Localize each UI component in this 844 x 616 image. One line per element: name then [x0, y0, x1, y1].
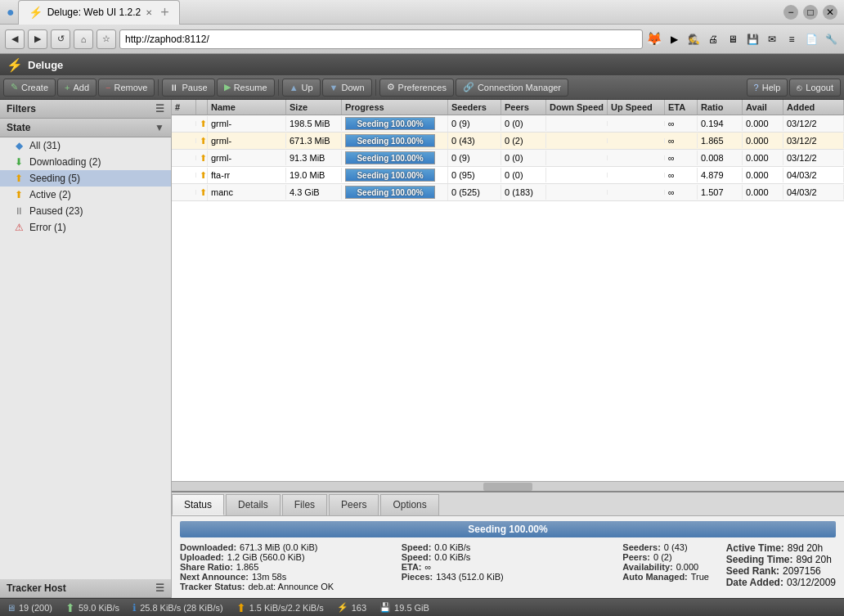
sidebar-item-downloading[interactable]: ⬇ Downloading (2): [0, 154, 171, 170]
tab-close-button[interactable]: ✕: [146, 8, 152, 17]
forward-button[interactable]: ▶: [28, 29, 47, 49]
sidebar: Filters ☰ State ▼ ◆ All (31) ⬇ Downloadi…: [0, 100, 172, 598]
tracker-collapse-button[interactable]: ☰: [155, 582, 164, 594]
cell-eta: ∞: [665, 168, 698, 182]
torrent-area: # Name Size Progress Seeders Peers Down …: [172, 100, 844, 598]
filters-collapse-button[interactable]: ☰: [155, 103, 164, 115]
col-num[interactable]: #: [172, 100, 196, 115]
scrollbar-thumb[interactable]: [483, 483, 532, 491]
menu-icon[interactable]: ≡: [783, 31, 800, 47]
col-name[interactable]: Name: [208, 100, 286, 115]
create-button[interactable]: ✎ Create: [3, 79, 56, 97]
cell-seeders: 0 (95): [448, 168, 501, 182]
cell-added: 03/12/2: [783, 151, 844, 165]
detail-share-ratio-row: Share Ratio: 1.865: [180, 562, 393, 572]
monitor-icon[interactable]: 🖥: [725, 31, 741, 47]
col-eta[interactable]: ETA: [665, 100, 698, 115]
cell-num: [172, 155, 196, 160]
close-button[interactable]: ✕: [823, 5, 837, 20]
app-titlebar: ⚡ Deluge: [0, 54, 844, 75]
resume-button[interactable]: ▶ Resume: [217, 79, 275, 97]
progress-bar-text: Seeding 100.00%: [346, 152, 434, 164]
sidebar-item-paused[interactable]: ⏸ Paused (23): [0, 203, 171, 219]
tab-peers[interactable]: Peers: [329, 494, 379, 515]
up-button[interactable]: ▲ Up: [282, 79, 321, 97]
sidebar-item-active[interactable]: ⬆ Active (2): [0, 187, 171, 203]
progress-bar: Seeding 100.00%: [345, 186, 435, 199]
detail-active-time-row: Active Time: 89d 20h: [726, 542, 836, 554]
help-button[interactable]: ? Help: [747, 79, 788, 97]
col-seeders[interactable]: Seeders: [448, 100, 501, 115]
spy-icon[interactable]: 🕵: [685, 31, 702, 47]
cell-peers: 0 (0): [501, 116, 546, 131]
cell-size: 91.3 MiB: [286, 151, 342, 165]
status-storage: 💾 19.5 GiB: [379, 602, 429, 613]
reload-button[interactable]: ↺: [51, 29, 70, 49]
sidebar-item-error[interactable]: ⚠ Error (1): [0, 219, 171, 236]
col-added[interactable]: Added: [783, 100, 844, 115]
error-icon: ⚠: [13, 222, 25, 233]
col-progress[interactable]: Progress: [342, 100, 448, 115]
cell-progress: Seeding 100.00%: [342, 167, 448, 183]
add-button[interactable]: + Add: [57, 79, 97, 97]
pause-button[interactable]: ⏸ Pause: [162, 79, 214, 97]
browser-tab[interactable]: ⚡ Deluge: Web UI 1.2.2 ✕ +: [18, 0, 180, 25]
play-icon[interactable]: ▶: [666, 31, 682, 47]
sidebar-item-all[interactable]: ◆ All (31): [0, 137, 171, 154]
col-ratio[interactable]: Ratio: [698, 100, 743, 115]
col-size[interactable]: Size: [286, 100, 342, 115]
address-bar[interactable]: [119, 29, 643, 49]
remove-button[interactable]: − Remove: [98, 79, 155, 97]
cell-num: [172, 138, 196, 143]
tab-files[interactable]: Files: [282, 494, 327, 515]
mail-icon[interactable]: ✉: [764, 31, 780, 47]
down-button[interactable]: ▼ Down: [322, 79, 372, 97]
col-down-speed[interactable]: Down Speed: [546, 100, 608, 115]
cell-up-speed: [608, 155, 665, 160]
speed2-value: 0.0 KiB/s: [434, 552, 470, 562]
col-peers[interactable]: Peers: [501, 100, 546, 115]
preferences-button[interactable]: ⚙ Preferences: [379, 79, 454, 97]
detail-content: Seeding 100.00% Downloaded: 671.3 MiB (0…: [172, 516, 844, 598]
state-collapse-button[interactable]: ▼: [155, 122, 164, 133]
page-icon[interactable]: 📄: [803, 31, 819, 47]
table-row[interactable]: ⬆ fta-rr 19.0 MiB Seeding 100.00% 0 (95)…: [172, 167, 844, 184]
maximize-button[interactable]: □: [803, 5, 818, 20]
table-row[interactable]: ⬆ manc 4.3 GiB Seeding 100.00% 0 (525) 0…: [172, 184, 844, 201]
tab-status[interactable]: Status: [172, 494, 224, 515]
col-up-speed[interactable]: Up Speed: [608, 100, 665, 115]
tab-details[interactable]: Details: [226, 494, 281, 515]
table-row[interactable]: ⬆ grml- 671.3 MiB Seeding 100.00% 0 (43)…: [172, 133, 844, 150]
tracker-host-label: Tracker Host: [7, 582, 66, 594]
print-icon[interactable]: 🖨: [705, 31, 721, 47]
home-button[interactable]: ⌂: [74, 29, 93, 49]
back-button[interactable]: ◀: [5, 29, 25, 49]
tracker-host-header: Tracker Host ☰: [0, 579, 171, 598]
downloaded-value: 671.3 MiB (0.0 KiB): [240, 542, 317, 552]
horizontal-scrollbar[interactable]: [172, 481, 844, 491]
detail-seeding-time-row: Seeding Time: 89d 20h: [726, 554, 836, 565]
tools-icon[interactable]: 🔧: [823, 31, 839, 47]
connections-value: 19 (200): [19, 603, 52, 613]
connection-manager-button[interactable]: 🔗 Connection Manager: [456, 79, 568, 97]
cell-name: grml-: [208, 133, 286, 148]
tracker-status-value: deb.at: Announce OK: [248, 582, 334, 591]
table-row[interactable]: ⬆ grml- 198.5 MiB Seeding 100.00% 0 (9) …: [172, 115, 844, 133]
logout-button[interactable]: ⎋ Logout: [789, 79, 841, 97]
save-icon[interactable]: 💾: [744, 31, 761, 47]
tab-options[interactable]: Options: [380, 494, 438, 515]
minimize-button[interactable]: −: [783, 5, 798, 20]
next-announce-label: Next Announce:: [180, 572, 249, 582]
cell-avail: 0.000: [743, 168, 783, 182]
create-icon: ✎: [11, 82, 18, 92]
table-row[interactable]: ⬆ grml- 91.3 MiB Seeding 100.00% 0 (9) 0…: [172, 150, 844, 167]
firefox-icon[interactable]: 🦊: [646, 31, 662, 47]
col-avail[interactable]: Avail: [743, 100, 783, 115]
app-title: Deluge: [28, 59, 63, 71]
sidebar-item-seeding[interactable]: ⬆ Seeding (5): [0, 170, 171, 187]
progress-bar: Seeding 100.00%: [345, 117, 435, 130]
status-count: ⚡ 163: [337, 602, 366, 613]
bookmark-button[interactable]: ☆: [97, 29, 116, 49]
sidebar-seeding-label: Seeding (5): [29, 173, 80, 184]
detail-panel: Status Details Files Peers Options Seedi…: [172, 491, 844, 598]
